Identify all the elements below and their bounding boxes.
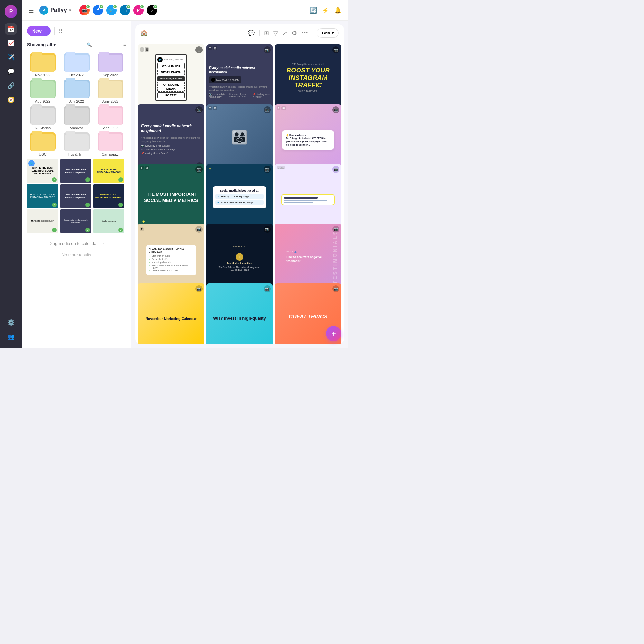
grid-cell-9[interactable]: 📷 ◻◻◻ ▷ [275, 164, 341, 231]
grid-toolbar-right: 💬 ⊞ ▽ ↗ ⚙ ••• Grid ▾ [248, 28, 339, 38]
nav-messages[interactable]: 💬 [5, 66, 17, 77]
search-icon[interactable]: 🔍 [87, 42, 92, 47]
media-thumb-6[interactable]: BOOST YOUR INSTAGRAM TRAFFIC ✓ [93, 184, 124, 208]
media-thumb-1[interactable]: 🐦 WHAT IS THE BEST LENGTH OF SOCIAL MEDI… [27, 159, 58, 183]
grid-cell-4[interactable]: 📷 Every social media network #explained … [138, 104, 204, 171]
folder-jul-2022[interactable]: July 2022 [61, 80, 92, 103]
left-navigation: P 📅 📈 ✈️ 💬 🔗 🧭 ⚙️ 👥 [0, 0, 22, 348]
nav-avatar[interactable]: P [5, 5, 17, 18]
folder-jun-2022[interactable]: June 2022 [95, 80, 126, 103]
sketch-card-content: 🐦 Nov 24th, 9:00 AM WHAT IS THE BEST LEN… [155, 54, 187, 101]
grid-cell-8[interactable]: 📷 ✦ Social media is best used at: A TOFU… [206, 164, 273, 231]
grid-cell-12[interactable]: 📷 Testimonials Person 👤 How to deal with… [275, 224, 341, 290]
folder-apr-2022[interactable]: Apr 2022 [95, 106, 126, 130]
home-icon[interactable]: 🏠 [140, 30, 147, 37]
media-thumb-5[interactable]: Every social media network #explained ✓ [60, 184, 91, 208]
grid-cell-11[interactable]: 📷 Featured In L Top 5 Later Alternatives… [206, 224, 273, 290]
new-button[interactable]: New + [27, 26, 51, 36]
folder-nov-2022[interactable]: Nov 2022 [27, 53, 58, 77]
later-card: L Top 5 Later Alternatives The Best 5 La… [214, 249, 264, 274]
platform-tiktok[interactable]: ♪ ✓ [146, 5, 158, 16]
media-thumb-3[interactable]: BOOST YOUR INSTAGRAM TRAFFIC ✓ [93, 159, 124, 183]
folder-oct-label: Oct 2022 [69, 73, 84, 77]
media-thumb-7[interactable]: MARKETING CHECKLIST ✓ [27, 209, 58, 233]
platform-facebook[interactable]: f ✓ [92, 5, 104, 16]
toolbar-divider [54, 27, 55, 35]
more-icon[interactable]: ••• [301, 30, 308, 36]
grid-cell-10[interactable]: 📷 T PLANNING A SOCIAL MEDIA STRATEGY ✓St… [138, 224, 204, 290]
grid-cell-2[interactable]: 📷 T ⊞ Every social media network #explai… [206, 44, 273, 111]
platform-extra[interactable]: P ✓ [133, 5, 144, 16]
twitter-check: ✓ [113, 5, 117, 9]
grid-cell-1[interactable]: T ⊞ ⊞ 🐦 Nov 24th, 9:00 AM WHAT IS THE [138, 44, 204, 111]
media-thumb-4[interactable]: HOW TO BOOST YOUR INSTAGRAM TRAFFIC? ✓ [27, 184, 58, 208]
nav-calendar[interactable]: 📅 [5, 23, 17, 35]
folder-tips[interactable]: Tips & Tri... [61, 132, 92, 156]
hamburger-menu[interactable]: ☰ [28, 6, 34, 14]
extra-check: ✓ [140, 5, 144, 9]
grid-cell-3[interactable]: 📷 TIP: Doing this once a week will BOOST… [275, 44, 341, 111]
grid-cell-13[interactable]: 📷 November Marketing Calendar [138, 283, 204, 344]
brand-chevron-icon: ▾ [69, 8, 71, 13]
nav-compose[interactable]: ✈️ [5, 52, 17, 63]
instagram-check: ✓ [86, 5, 90, 9]
platform-instagram[interactable]: 📷 ✓ [79, 5, 90, 16]
folder-apr-icon [98, 106, 123, 125]
grid-cell-14[interactable]: 📷 WHY invest in high-quality [206, 283, 273, 344]
planning-card: PLANNING A SOCIAL MEDIA STRATEGY ✓Start … [146, 245, 196, 275]
flash-icon[interactable]: ⚡ [322, 7, 329, 14]
folder-campaigns-label: Campaig... [102, 152, 119, 156]
cell-7-tr-icon: 📷 [195, 166, 203, 173]
media-thumb-8[interactable]: Every social media network #explained ✓ [60, 209, 91, 233]
brand-icon: P [39, 6, 48, 15]
nav-explore[interactable]: 🧭 [5, 94, 17, 106]
brand-logo-area[interactable]: P Pallyy ▾ [39, 6, 71, 15]
comment-icon[interactable]: 💬 [248, 30, 255, 37]
cell-11-tr-icon: 📷 [264, 226, 271, 233]
notification-icon[interactable]: 🔔 [334, 7, 341, 14]
nav-settings[interactable]: ⚙️ [5, 317, 17, 328]
platform-linkedin[interactable]: in ✓ [119, 5, 131, 16]
folder-ig-stories[interactable]: IG Stories [27, 106, 58, 130]
grid-cell-6[interactable]: 📷 T ⊞ 🔔 Dear marketersDon't forget to in… [275, 104, 341, 171]
list-icon[interactable]: ≡ [123, 42, 126, 47]
folder-ugc[interactable]: UGC [27, 132, 58, 156]
grid-view-button[interactable]: Grid ▾ [317, 28, 339, 38]
refresh-icon[interactable]: 🔄 [310, 7, 317, 14]
folder-sep-2022[interactable]: Sep 2022 [95, 53, 126, 77]
folder-aug-2022[interactable]: Aug 2022 [27, 80, 58, 103]
testimonial-content: Person 👤 How to deal with negative feedb… [283, 247, 333, 267]
filter-icon[interactable]: ▽ [273, 30, 278, 37]
folder-ig-stories-icon [30, 106, 56, 125]
share-icon[interactable]: ↗ [282, 30, 287, 37]
nav-team[interactable]: 👥 [5, 331, 17, 343]
table-icon[interactable]: ⊞ [264, 30, 269, 37]
tiktok-check: ✓ [153, 5, 158, 9]
folder-oct-2022[interactable]: Oct 2022 [61, 53, 92, 77]
showing-all-filter[interactable]: Showing all ▾ [27, 42, 56, 47]
platform-twitter[interactable]: 🐦 ✓ [106, 5, 117, 16]
folder-oct-icon [64, 53, 90, 72]
linkedin-check: ✓ [126, 5, 131, 9]
invest-title: WHY invest in high-quality [210, 311, 269, 323]
media-thumb-2[interactable]: Every social media network #explained ✓ [60, 159, 91, 183]
folder-archived-label: Archived [70, 126, 83, 130]
sidebar-columns-icon[interactable]: ⠿ [59, 28, 62, 34]
media-thumb-9[interactable]: tips for your goal ✓ [93, 209, 124, 233]
grid-cell-7[interactable]: 📷 T ⊞ THE MOST IMPORTANT SOCIAL MEDIA ME… [138, 164, 204, 231]
grid-cell-5[interactable]: 📷 T ⊞ 👨‍👩‍👧 🖼 [206, 104, 273, 171]
media-thumbs-grid: 🐦 WHAT IS THE BEST LENGTH OF SOCIAL MEDI… [22, 159, 131, 236]
folder-campaigns[interactable]: Campaig... [95, 132, 126, 156]
settings-icon[interactable]: ⚙ [292, 30, 297, 37]
folder-jun-label: June 2022 [102, 99, 118, 103]
folder-tips-label: Tips & Tri... [68, 152, 85, 156]
brand-name: Pallyy [50, 7, 67, 14]
fab-button[interactable]: + [326, 326, 341, 341]
sidebar-toolbar: New + ⠿ [22, 21, 131, 39]
nav-analytics[interactable]: 📈 [5, 37, 17, 49]
folder-archived[interactable]: Archived [61, 106, 92, 130]
folder-sep-icon [98, 53, 123, 72]
cell-13-tr-icon: 📷 [195, 285, 203, 292]
nav-links[interactable]: 🔗 [5, 80, 17, 91]
folder-ugc-label: UGC [39, 152, 46, 156]
